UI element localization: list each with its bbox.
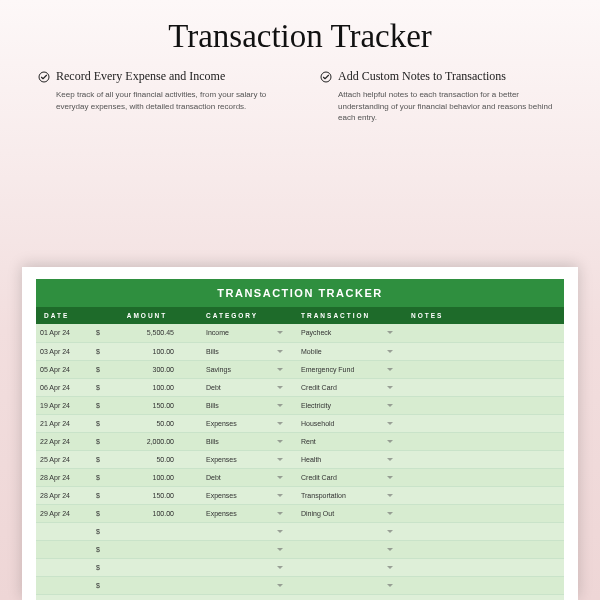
cell-category[interactable] [202, 576, 297, 594]
cell-date[interactable] [36, 522, 92, 540]
cell-notes[interactable] [407, 396, 564, 414]
cell-date[interactable]: 21 Apr 24 [36, 414, 92, 432]
cell-notes[interactable] [407, 504, 564, 522]
table-header-row: DATE AMOUNT CATEGORY TRANSACTION NOTES [36, 307, 564, 324]
dropdown-label: Bills [206, 348, 219, 355]
cell-date[interactable]: 22 Apr 24 [36, 432, 92, 450]
cell-date[interactable]: 28 Apr 24 [36, 468, 92, 486]
dropdown-label: Emergency Fund [301, 366, 354, 373]
cell-amount[interactable]: $5,500.45 [92, 324, 202, 342]
cell-date[interactable] [36, 576, 92, 594]
feature-desc: Attach helpful notes to each transaction… [320, 89, 562, 124]
currency-symbol: $ [96, 438, 106, 445]
cell-amount[interactable]: $150.00 [92, 486, 202, 504]
cell-transaction[interactable]: Household [297, 414, 407, 432]
cell-notes[interactable] [407, 468, 564, 486]
cell-date[interactable]: 01 Apr 24 [36, 324, 92, 342]
cell-transaction[interactable]: Emergency Fund [297, 360, 407, 378]
cell-category[interactable] [202, 594, 297, 600]
cell-category[interactable]: Income [202, 324, 297, 342]
cell-notes[interactable] [407, 342, 564, 360]
table-row: $ [36, 576, 564, 594]
amount-value: 100.00 [106, 384, 198, 391]
cell-notes[interactable] [407, 378, 564, 396]
cell-amount[interactable]: $ [92, 576, 202, 594]
cell-category[interactable] [202, 558, 297, 576]
cell-notes[interactable] [407, 486, 564, 504]
cell-notes[interactable] [407, 414, 564, 432]
chevron-down-icon [387, 566, 393, 569]
cell-category[interactable]: Bills [202, 432, 297, 450]
cell-notes[interactable] [407, 324, 564, 342]
cell-amount[interactable]: $ [92, 522, 202, 540]
cell-date[interactable]: 03 Apr 24 [36, 342, 92, 360]
cell-notes[interactable] [407, 360, 564, 378]
cell-notes[interactable] [407, 576, 564, 594]
cell-category[interactable]: Bills [202, 396, 297, 414]
cell-transaction[interactable]: Credit Card [297, 378, 407, 396]
currency-symbol: $ [96, 402, 106, 409]
cell-transaction[interactable]: Paycheck [297, 324, 407, 342]
cell-transaction[interactable] [297, 558, 407, 576]
cell-amount[interactable]: $ [92, 594, 202, 600]
cell-notes[interactable] [407, 558, 564, 576]
cell-date[interactable]: 06 Apr 24 [36, 378, 92, 396]
cell-transaction[interactable] [297, 576, 407, 594]
chevron-down-icon [387, 458, 393, 461]
cell-date[interactable] [36, 558, 92, 576]
cell-category[interactable]: Expenses [202, 450, 297, 468]
cell-amount[interactable]: $50.00 [92, 450, 202, 468]
cell-amount[interactable]: $300.00 [92, 360, 202, 378]
cell-category[interactable]: Bills [202, 342, 297, 360]
cell-transaction[interactable]: Transportation [297, 486, 407, 504]
amount-value: 2,000.00 [106, 438, 198, 445]
amount-value: 150.00 [106, 402, 198, 409]
cell-transaction[interactable]: Dining Out [297, 504, 407, 522]
cell-notes[interactable] [407, 450, 564, 468]
cell-category[interactable] [202, 540, 297, 558]
amount-value: 300.00 [106, 366, 198, 373]
table-row: 29 Apr 24$100.00ExpensesDining Out [36, 504, 564, 522]
cell-date[interactable]: 29 Apr 24 [36, 504, 92, 522]
cell-notes[interactable] [407, 432, 564, 450]
cell-transaction[interactable]: Rent [297, 432, 407, 450]
cell-transaction[interactable] [297, 522, 407, 540]
cell-amount[interactable]: $100.00 [92, 342, 202, 360]
cell-transaction[interactable]: Electricity [297, 396, 407, 414]
cell-transaction[interactable]: Health [297, 450, 407, 468]
cell-category[interactable]: Expenses [202, 414, 297, 432]
cell-amount[interactable]: $ [92, 540, 202, 558]
feature-card: Record Every Expense and Income Keep tra… [38, 69, 280, 124]
cell-amount[interactable]: $100.00 [92, 378, 202, 396]
cell-amount[interactable]: $100.00 [92, 504, 202, 522]
cell-category[interactable]: Debt [202, 468, 297, 486]
cell-amount[interactable]: $150.00 [92, 396, 202, 414]
cell-transaction[interactable] [297, 594, 407, 600]
cell-date[interactable] [36, 594, 92, 600]
cell-category[interactable]: Expenses [202, 504, 297, 522]
cell-amount[interactable]: $50.00 [92, 414, 202, 432]
cell-date[interactable]: 19 Apr 24 [36, 396, 92, 414]
cell-notes[interactable] [407, 594, 564, 600]
check-circle-icon [38, 71, 50, 83]
cell-date[interactable] [36, 540, 92, 558]
cell-transaction[interactable]: Credit Card [297, 468, 407, 486]
cell-category[interactable]: Debt [202, 378, 297, 396]
cell-date[interactable]: 28 Apr 24 [36, 486, 92, 504]
cell-amount[interactable]: $2,000.00 [92, 432, 202, 450]
cell-category[interactable]: Expenses [202, 486, 297, 504]
chevron-down-icon [277, 350, 283, 353]
cell-date[interactable]: 25 Apr 24 [36, 450, 92, 468]
cell-amount[interactable]: $100.00 [92, 468, 202, 486]
cell-category[interactable]: Savings [202, 360, 297, 378]
dropdown-label: Expenses [206, 492, 237, 499]
cell-category[interactable] [202, 522, 297, 540]
dropdown-label: Savings [206, 366, 231, 373]
table-row: 06 Apr 24$100.00DebtCredit Card [36, 378, 564, 396]
cell-date[interactable]: 05 Apr 24 [36, 360, 92, 378]
cell-transaction[interactable]: Mobile [297, 342, 407, 360]
cell-notes[interactable] [407, 522, 564, 540]
cell-amount[interactable]: $ [92, 558, 202, 576]
cell-transaction[interactable] [297, 540, 407, 558]
cell-notes[interactable] [407, 540, 564, 558]
